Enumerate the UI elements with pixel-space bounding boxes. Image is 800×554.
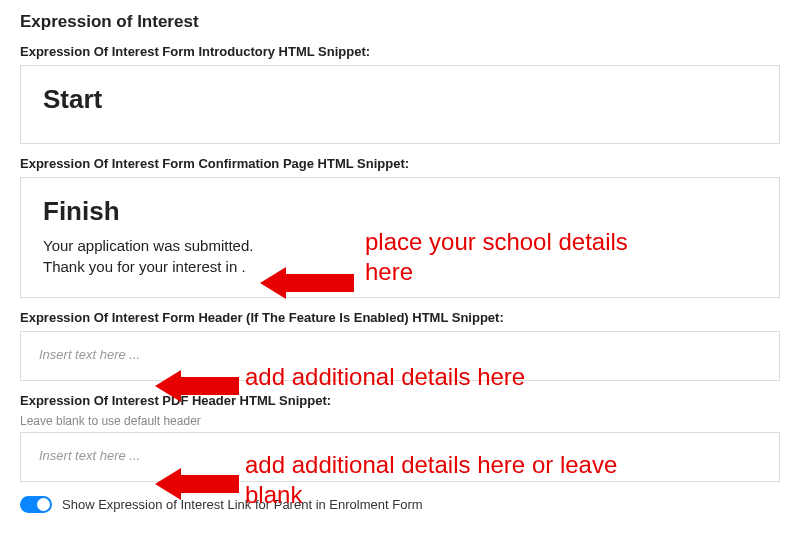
pdf-header-placeholder: Insert text here ...	[39, 448, 140, 463]
section-title: Expression of Interest	[20, 12, 780, 32]
confirmation-snippet-label: Expression Of Interest Form Confirmation…	[20, 156, 780, 171]
form-header-snippet-label: Expression Of Interest Form Header (If T…	[20, 310, 780, 325]
pdf-header-snippet-label: Expression Of Interest PDF Header HTML S…	[20, 393, 780, 408]
toggle-row: Show Expression of Interest Link for Par…	[20, 496, 780, 513]
form-header-snippet-editor[interactable]: Insert text here ...	[20, 331, 780, 381]
toggle-knob	[37, 498, 50, 511]
confirmation-snippet-heading: Finish	[43, 196, 757, 227]
form-header-placeholder: Insert text here ...	[39, 347, 140, 362]
pdf-header-snippet-editor[interactable]: Insert text here ...	[20, 432, 780, 482]
show-link-toggle-label: Show Expression of Interest Link for Par…	[62, 497, 423, 512]
show-link-toggle[interactable]	[20, 496, 52, 513]
confirmation-snippet-line1: Your application was submitted.	[43, 237, 757, 254]
intro-snippet-label: Expression Of Interest Form Introductory…	[20, 44, 780, 59]
intro-snippet-heading: Start	[43, 84, 757, 115]
confirmation-snippet-editor[interactable]: Finish Your application was submitted. T…	[20, 177, 780, 298]
intro-snippet-editor[interactable]: Start	[20, 65, 780, 144]
pdf-header-helper: Leave blank to use default header	[20, 414, 780, 428]
confirmation-snippet-line2: Thank you for your interest in .	[43, 258, 757, 275]
